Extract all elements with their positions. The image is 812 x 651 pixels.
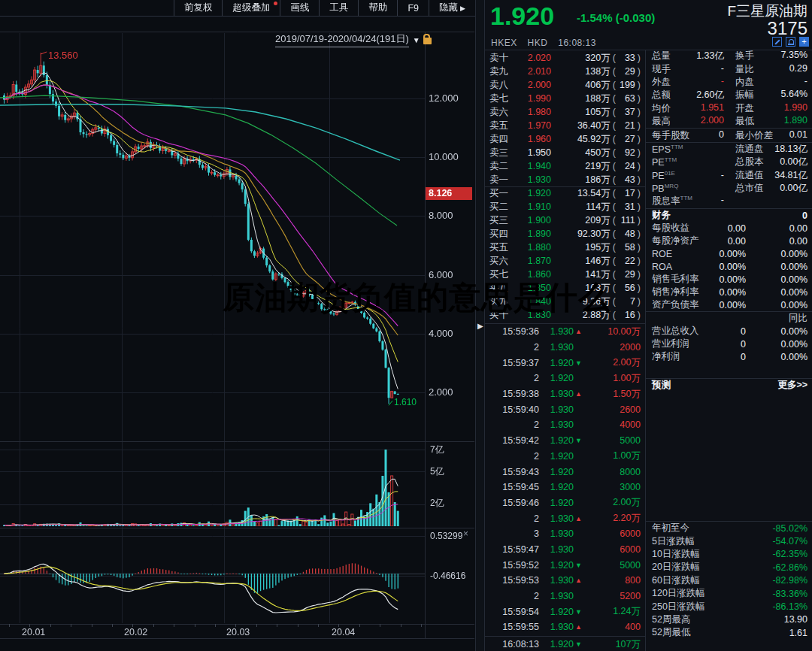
volume-axis-label: 2亿 [430,497,444,510]
trade-ticker-row[interactable]: 21.9304000 [485,417,645,433]
trade-volume: 6000 [584,528,641,539]
trade-ticker-row[interactable]: 15:59:431.9208000 [485,464,645,480]
quote-time: 16:08:13 [558,38,596,48]
paren: ) [638,161,641,171]
order-book-row[interactable]: 卖一1.930186万(43) [485,173,645,186]
order-book-row[interactable]: 买四1.89092.30万(48) [485,227,645,241]
trade-time: 15:59:54 [489,607,539,617]
trade-ticker-row[interactable]: 21.930▲2.20万 [485,510,645,526]
down-arrow-icon: ▼ [575,437,584,444]
more-link[interactable]: 更多>> [746,379,807,392]
performance-row: 120日涨跌幅-83.36% [646,587,812,600]
order-book-row[interactable]: 买一1.92013.54万(17) [485,186,645,200]
order-book-price: 2.010 [512,66,551,77]
trading-terminal: 前复权超级叠加画线工具帮助F9隐藏▶ 2019/07/19-2020/04/24… [0,0,812,651]
order-book-row[interactable]: 买六1.870146万(22) [485,254,645,268]
stats-column: 总量1.33亿换手7.35%现手-量比0.29外盘-内盘-总额2.60亿振幅5.… [645,50,812,651]
trade-ticker-row[interactable]: 15:59:401.9302600 [485,401,645,417]
order-book-level-label: 卖九 [489,65,512,78]
stat-value: 2.60亿 [696,89,724,101]
chevron-down-icon[interactable]: ▼ [413,36,420,44]
finance-row: 资产负债率0.00%0.00% [646,298,812,311]
trade-volume: 2000 [584,342,641,353]
trade-ticker-row[interactable]: 15:59:451.9203000 [485,480,645,495]
stat-value: 18.13亿 [774,143,807,156]
order-book-row[interactable]: 卖十2.020320万(33) [485,51,645,65]
performance-label: 52周最低 [652,626,690,639]
performance-row: 5日涨跌幅-54.07% [646,534,812,547]
toolbar-button-超级叠加[interactable]: 超级叠加 [222,0,280,16]
trade-ticker-row[interactable]: 21.9302000 [485,340,645,356]
trade-ticker-row[interactable]: 15:59:521.920▼5000 [485,557,645,573]
order-book-row[interactable]: 卖四1.96045.92万(27) [485,132,645,146]
edit-icon[interactable] [772,37,782,47]
toolbar-button-帮助[interactable]: 帮助 [358,0,397,16]
trade-ticker-row[interactable]: 15:59:541.920▼1.24万 [485,604,645,619]
alert-bell-icon[interactable] [786,37,795,47]
quote-actions: + [772,37,809,47]
trade-ticker-row[interactable]: 16:08:131.920▼107万 [485,637,645,651]
toolbar-button-画线[interactable]: 画线 [280,0,319,16]
date-range-selector[interactable]: 2019/07/19-2020/04/24(191日) ▼ [275,32,432,47]
yoy-title: 同比 [746,312,807,325]
trade-ticker-row[interactable]: 15:59:381.930▲1.50万 [485,386,645,402]
order-book-count: 111 [616,215,635,226]
order-book-row[interactable]: 买二1.910114万(31) [485,200,645,213]
trade-ticker-row[interactable]: 31.9306000 [485,526,645,542]
trade-ticker-row[interactable]: 15:59:531.930▲800 [485,573,645,589]
order-book-row[interactable]: 卖三1.950450万(92) [485,146,645,159]
yoy-header: 同比 [646,311,812,325]
trade-ticker-row[interactable]: 21.9201.00万 [485,449,645,465]
trade-price: 1.930 [539,544,574,555]
kline-chart-canvas[interactable] [0,0,475,651]
yoy-percent: 0.00% [746,352,807,362]
toolbar-button-label: 前复权 [184,2,213,14]
order-book-count: 58 [616,242,635,253]
order-book-row[interactable]: 卖五1.97036.40万(21) [485,119,645,132]
trade-ticker-row[interactable]: 15:59:551.930▲400 [485,619,645,635]
date-range-label[interactable]: 2019/07/19-2020/04/24(191日) [275,32,409,47]
trade-time: 3 [489,528,539,539]
trade-ticker-row[interactable]: 15:59:421.920▼5000 [485,433,645,449]
finance-row: 每股净资产0.000.00 [646,235,812,247]
stat-label: 换手 [735,50,754,62]
stats-row: 现手-量比0.29 [646,62,812,75]
toolbar-button-工具[interactable]: 工具 [319,0,358,16]
close-icon[interactable]: × [463,528,468,539]
stat-label: 流通值 [735,169,764,182]
trade-price: 1.920 [539,498,574,508]
trade-ticker-row[interactable]: 15:59:471.9306000 [485,542,645,558]
order-book-row[interactable]: 卖九2.010138万(29) [485,65,645,78]
time-axis-label: 20.04 [332,627,355,637]
order-book-row[interactable]: 卖六1.980105万(37) [485,105,645,119]
trade-ticker-row[interactable]: 15:59:371.920▼2.00万 [485,355,645,371]
trade-ticker-row[interactable]: 21.9305200 [485,589,645,604]
collapse-arrow-icon[interactable]: ▶ [477,322,483,330]
stat-value: 0.29 [789,63,807,76]
unlock-icon[interactable] [423,38,432,44]
add-watchlist-icon[interactable]: + [799,37,809,47]
quote-panel: 1.920 -1.54% (-0.030) F三星原油期 3175 HKEX H… [485,0,812,651]
trade-ticker-row[interactable]: 15:59:461.9202.00万 [485,495,645,511]
finance-label: 资产负债率 [652,298,702,311]
order-book-row[interactable]: 买五1.880195万(58) [485,241,645,254]
toolbar-button-F9[interactable]: F9 [397,0,429,16]
order-book-row[interactable]: 卖七1.990188万(63) [485,92,645,105]
order-book-price: 2.000 [512,80,551,90]
order-book-row[interactable]: 卖二1.940219万(24) [485,159,645,173]
stat-label: 流通盘 [735,143,764,156]
order-book-level-label: 买五 [489,241,512,254]
yoy-row: 营业总收入00.00% [646,325,812,338]
stat-value: - [721,170,724,181]
order-book-level-label: 买一 [489,187,512,200]
toolbar-button-隐藏[interactable]: 隐藏▶ [429,0,475,16]
order-book-price: 1.920 [512,188,551,198]
trade-price: 1.930 [539,513,574,524]
order-book-row[interactable]: 卖八2.000406万(199) [485,78,645,92]
trade-ticker-row[interactable]: 15:59:361.930▲10.00万 [485,324,645,340]
toolbar-button-label: F9 [408,3,419,14]
order-book-row[interactable]: 买三1.900209万(111) [485,213,645,227]
stat-item: 总股本0.00亿 [729,156,812,168]
toolbar-button-前复权[interactable]: 前复权 [174,0,223,16]
trade-ticker-row[interactable]: 21.9201.00万 [485,371,645,386]
